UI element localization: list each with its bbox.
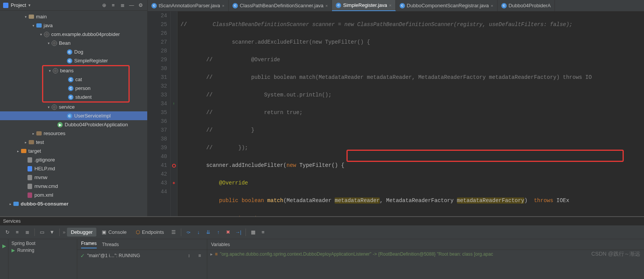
editor-tabs: CtScanAnnotationParser.java× CClassPathB… — [148, 0, 644, 11]
tab-parser[interactable]: CtScanAnnotationParser.java× — [148, 0, 229, 11]
gutter-marks: ↑ ◈ — [171, 11, 177, 216]
stack-nav-icon[interactable]: ↕ — [185, 251, 193, 260]
close-icon[interactable]: × — [325, 3, 328, 8]
tree-file-gitignore[interactable]: ·.gitignore — [0, 155, 147, 164]
tree-pkg-service[interactable]: ▾service — [0, 103, 147, 111]
tree-file-help[interactable]: ·HELP.md — [0, 164, 147, 173]
debugger-tab[interactable]: Debugger — [67, 228, 96, 237]
services-label[interactable]: Services — [0, 217, 644, 225]
drop-frame-icon[interactable]: ✖ — [224, 228, 233, 237]
code-content[interactable]: // ClassPathBeanDefinitionScanner scanne… — [177, 11, 644, 216]
check-icon: ✓ — [80, 253, 85, 259]
step-over-icon[interactable]: ⤼ — [184, 228, 193, 237]
frames-tab[interactable]: Frames — [81, 241, 97, 248]
step-into-icon[interactable]: ↓ — [194, 228, 203, 237]
tree-class-cat[interactable]: ·Ccat — [43, 75, 128, 84]
debug-panel: Services ↻ ≡ ≣ ▭ ▼ » Debugger ▣Console ⬡… — [0, 216, 644, 279]
code-editor[interactable]: 2425262728293031323334353637383940414243… — [148, 11, 644, 216]
tab-simpleregister[interactable]: CSimpleRegister.java× — [332, 0, 395, 11]
tree-file-mvnw[interactable]: ·mvnw — [0, 173, 147, 182]
breakpoint-icon[interactable] — [172, 164, 176, 168]
close-icon[interactable]: × — [491, 3, 493, 8]
tree-folder-main[interactable]: ▾main — [0, 12, 147, 21]
java-icon: C — [233, 3, 238, 8]
console-tab[interactable]: ▣Console — [98, 228, 130, 237]
step-out-icon[interactable]: ↑ — [214, 228, 223, 237]
frame-row[interactable]: ✓ "main"@1 i…": RUNNING ↕ ≡ — [77, 250, 207, 261]
map-entry-icon: ≡ — [215, 251, 218, 257]
variable-row[interactable]: ▸ ≡ "org.apache.dubbo.config.spring.cont… — [207, 250, 644, 258]
java-icon: C — [400, 3, 405, 8]
debug-sidebar: ▶ — [0, 239, 8, 279]
project-sidebar: Project ▼ ⊕ ≡ ≣ — ⚙ ▾main ▾java ▾com.exa… — [0, 0, 148, 216]
endpoints-icon: ⬡ — [136, 229, 140, 235]
tab-scanner[interactable]: CClassPathBeanDefinitionScanner.java× — [229, 0, 332, 11]
running-status[interactable]: ▶Running — [11, 248, 74, 253]
tree-class-userserviceimpl[interactable]: ·CUserServiceImpl — [0, 111, 147, 120]
run-to-cursor-icon[interactable]: →| — [234, 228, 242, 237]
tree-collapse-icon[interactable]: ≣ — [23, 228, 31, 237]
hide-icon[interactable]: — — [128, 2, 135, 9]
spring-boot-panel: Spring Boot ▶Running — [8, 239, 77, 279]
tree-module-consumer[interactable]: ▸dubbo-05-consumer — [0, 199, 147, 208]
frames-panel: Frames Threads ✓ "main"@1 i…": RUNNING ↕… — [77, 239, 207, 279]
tree-class-dog[interactable]: ·CDog — [0, 47, 147, 56]
tree-class-simpleregister[interactable]: ·CSimpleRegister — [0, 56, 147, 65]
layout-icon[interactable]: ▭ — [38, 228, 46, 237]
tree-folder-target[interactable]: ▸target — [0, 147, 147, 155]
collapse-all-icon[interactable]: ≣ — [119, 2, 126, 9]
sidebar-toolbar: Project ▼ ⊕ ≡ ≣ — ⚙ — [0, 0, 147, 11]
close-icon[interactable]: × — [222, 3, 224, 8]
tree-folder-test[interactable]: ▸test — [0, 138, 147, 147]
evaluate-icon[interactable]: ▦ — [249, 228, 257, 237]
play-icon: ▶ — [11, 248, 15, 253]
variables-panel: Variables ▸ ≡ "org.apache.dubbo.config.s… — [207, 239, 644, 279]
tree-class-app[interactable]: ·▶Dubbo04ProbiderApplication — [0, 120, 147, 129]
force-step-into-icon[interactable]: ⇊ — [204, 228, 213, 237]
breakpoint-active-icon[interactable]: ◈ — [172, 179, 175, 188]
tree-folder-resources[interactable]: ▸resources — [0, 129, 147, 138]
chevron-down-icon: ▼ — [28, 3, 31, 7]
console-icon: ▣ — [102, 229, 106, 235]
threads-icon[interactable]: ☰ — [169, 228, 178, 237]
rerun-icon[interactable]: ↻ — [3, 228, 11, 237]
tab-app[interactable]: CDubbo04ProbiderA — [498, 0, 555, 11]
override-icon[interactable]: ↑ — [172, 100, 175, 108]
tree-folder-java[interactable]: ▾java — [0, 21, 147, 30]
project-label[interactable]: Project ▼ — [11, 2, 31, 8]
java-icon: C — [151, 3, 157, 8]
tree-pkg-bean[interactable]: ▾Bean — [0, 39, 147, 47]
editor-area: CtScanAnnotationParser.java× CClassPathB… — [148, 0, 644, 216]
java-icon: C — [501, 3, 507, 8]
tree-file-mvnwcmd[interactable]: ·mvnw.cmd — [0, 182, 147, 191]
endpoints-tab[interactable]: ⬡Endpoints — [132, 228, 168, 237]
project-tree[interactable]: ▾main ▾java ▾com.example.dubbo04probider… — [0, 11, 147, 216]
resume-icon[interactable]: ▶ — [0, 241, 8, 250]
tree-pkg-root[interactable]: ▾com.example.dubbo04probider — [0, 30, 147, 39]
expand-all-icon[interactable]: ≡ — [110, 2, 117, 9]
close-icon[interactable]: × — [389, 3, 391, 8]
tab-registrar[interactable]: CDubboComponentScanRegistrar.java× — [396, 0, 498, 11]
variables-tab[interactable]: Variables — [211, 242, 230, 247]
tree-pkg-beans[interactable]: ▾beans — [43, 66, 128, 75]
stack-filter-icon[interactable]: ≡ — [195, 251, 204, 260]
line-gutter: 2425262728293031323334353637383940414243… — [148, 11, 171, 216]
tree-class-person[interactable]: ·Cperson — [43, 84, 128, 93]
tree-expand-icon[interactable]: ≡ — [13, 228, 21, 237]
project-icon — [3, 3, 8, 8]
gear-icon[interactable]: ⚙ — [137, 2, 144, 9]
tree-file-pom[interactable]: ·pom.xml — [0, 191, 147, 199]
chevron-right-icon[interactable]: ▸ — [210, 251, 213, 257]
debug-toolbar: ↻ ≡ ≣ ▭ ▼ » Debugger ▣Console ⬡Endpoints… — [0, 225, 644, 239]
threads-tab[interactable]: Threads — [102, 242, 119, 247]
select-opened-icon[interactable]: ⊕ — [101, 2, 107, 9]
java-icon: C — [336, 3, 341, 8]
spring-boot-label[interactable]: Spring Boot — [11, 241, 74, 246]
tree-class-student[interactable]: ·Cstudent — [43, 93, 128, 101]
filter-icon[interactable]: ▼ — [48, 228, 56, 237]
trace-icon[interactable]: ≡ — [259, 228, 267, 237]
